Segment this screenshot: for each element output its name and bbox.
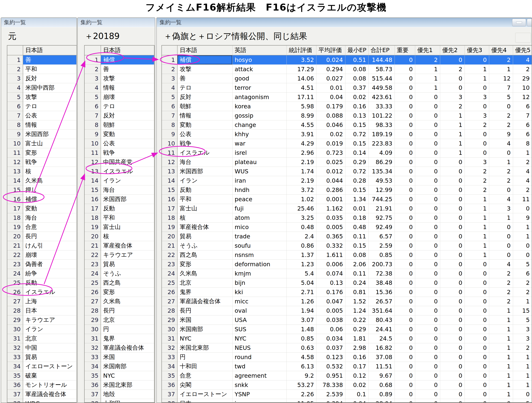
cell-重要[interactable]: 0 <box>395 176 415 185</box>
table-row[interactable]: 31北京 <box>7 334 76 343</box>
cell-合計EP[interactable]: 101.22 <box>368 111 395 120</box>
cell-最小EP[interactable]: 0.72 <box>345 167 368 176</box>
cell-合計EP[interactable]: 12.99 <box>368 185 395 195</box>
table-row[interactable]: 30米国南部SUS1.480.060.2924.41000013 <box>162 325 532 334</box>
cell-合計EP[interactable]: 24.41 <box>368 325 395 334</box>
table-row[interactable]: 22崩壊 <box>7 250 76 260</box>
cell-日本語[interactable]: 朝鮮 <box>177 102 232 111</box>
table-row[interactable]: 24そうふ <box>85 269 154 278</box>
cell-優先4[interactable]: 1 <box>489 362 513 371</box>
table-row[interactable]: 31鬼界 <box>85 334 154 343</box>
cell-優先4[interactable]: 1 <box>489 213 513 223</box>
cell-英語[interactable]: hosyo <box>232 55 286 65</box>
cell-最小EP[interactable]: 0.08 <box>345 65 368 74</box>
cell-日本語[interactable]: 長円 <box>23 232 76 241</box>
table-row[interactable]: 27上海 <box>7 297 76 306</box>
cell-日本語[interactable]: 尖閣 <box>177 380 232 390</box>
row-number[interactable]: 8 <box>7 120 23 130</box>
cell-優先4[interactable]: 2 <box>489 167 513 176</box>
cell-日本語[interactable]: 変形 <box>101 288 154 297</box>
cell-優先5[interactable]: 4 <box>513 55 532 65</box>
cell-優先4[interactable]: 0 <box>489 102 513 111</box>
cell-優先2[interactable]: 0 <box>440 316 465 325</box>
table-row[interactable]: 9公表khhy3.910.020.72189.19001096 <box>162 130 532 139</box>
table-row[interactable]: 28長円 <box>85 306 154 316</box>
cell-優先2[interactable]: 0 <box>440 241 465 250</box>
table-row[interactable]: 5崩壊 <box>85 93 154 102</box>
cell-平均評価[interactable]: 1.162 <box>316 204 345 213</box>
row-number[interactable]: 6 <box>162 102 177 111</box>
row-number[interactable]: 30 <box>85 325 101 334</box>
table-row[interactable]: 14イランiran2.190.0440.2849.53000224 <box>162 176 532 185</box>
column-header[interactable]: 優先3 <box>465 45 489 55</box>
column-header[interactable]: 日本語 <box>23 45 76 55</box>
row-number[interactable]: 16 <box>7 195 23 204</box>
cell-優先1[interactable]: 1 <box>415 83 440 93</box>
cell-平均評価[interactable]: 0.001 <box>316 195 345 204</box>
cell-英語[interactable]: khhy <box>232 130 286 139</box>
cell-日本語[interactable]: キラウエア <box>23 316 76 325</box>
cell-平均評価[interactable]: 0.035 <box>316 213 345 223</box>
table-row[interactable]: 36モントリオール <box>7 380 76 390</box>
cell-統計評価[interactable]: 1.26 <box>286 297 316 306</box>
cell-優先2[interactable]: 3 <box>440 93 465 102</box>
cell-日本語[interactable]: そうふ <box>101 269 154 278</box>
cell-優先1[interactable]: 0 <box>415 353 440 362</box>
cell-優先3[interactable]: 0 <box>465 260 489 269</box>
cell-英語[interactable]: oval <box>232 306 286 316</box>
cell-優先1[interactable]: 0 <box>415 297 440 306</box>
cell-優先3[interactable]: 0 <box>465 380 489 390</box>
cell-英語[interactable]: WUS <box>232 167 286 176</box>
cell-優先2[interactable]: 0 <box>440 250 465 260</box>
row-number[interactable]: 24 <box>85 269 101 278</box>
cell-優先1[interactable]: 0 <box>415 250 440 260</box>
cell-日本語[interactable]: 平和 <box>101 213 154 223</box>
cell-優先5[interactable]: 8 <box>513 139 532 148</box>
cell-英語[interactable]: kki <box>232 288 286 297</box>
cell-日本語[interactable]: テロ <box>177 83 232 93</box>
cell-優先4[interactable]: 2 <box>489 288 513 297</box>
cell-平均評価[interactable]: 0.179 <box>316 102 345 111</box>
cell-優先1[interactable]: 0 <box>415 278 440 288</box>
cell-統計評価[interactable]: 4.55 <box>286 120 316 130</box>
table-row[interactable]: 7反対 <box>85 111 154 120</box>
cell-優先5[interactable]: 3 <box>513 334 532 343</box>
cell-統計評価[interactable]: 3.72 <box>286 185 316 195</box>
cell-英語[interactable]: YSNP <box>232 390 286 399</box>
row-number[interactable]: 33 <box>162 353 177 362</box>
row-number[interactable]: 15 <box>85 185 101 195</box>
row-number[interactable]: 32 <box>7 343 23 353</box>
cell-優先3[interactable]: 0 <box>465 343 489 353</box>
cell-日本語[interactable]: 善 <box>177 74 232 83</box>
cell-優先2[interactable]: 1 <box>440 148 465 157</box>
cell-優先3[interactable]: 0 <box>465 55 489 65</box>
cell-日本語[interactable]: イラン <box>101 176 154 185</box>
row-number[interactable]: 7 <box>85 111 101 120</box>
cell-優先3[interactable]: 2 <box>465 120 489 130</box>
cell-優先5[interactable]: 2 <box>513 343 532 353</box>
row-number[interactable]: 13 <box>7 167 23 176</box>
cell-平均評価[interactable]: 0.394 <box>316 399 345 403</box>
row-number[interactable]: 35 <box>7 371 23 380</box>
cell-英語[interactable]: USA <box>232 316 286 325</box>
cell-日本語[interactable]: 朝鮮 <box>101 120 154 130</box>
cell-統計評価[interactable]: 2.96 <box>286 148 316 157</box>
cell-重要[interactable]: 0 <box>395 185 415 195</box>
cell-日本語[interactable]: 貿易 <box>23 353 76 362</box>
table-row[interactable]: 24久米島kmjm5.40.0740.1172.38000026 <box>162 269 532 278</box>
row-number[interactable]: 34 <box>162 362 177 371</box>
cell-平均評価[interactable]: 0.365 <box>316 232 345 241</box>
cell-合計EP[interactable]: 744.25 <box>368 195 395 204</box>
row-number[interactable]: 16 <box>85 195 101 204</box>
table-row[interactable]: 30イラン <box>7 325 76 334</box>
cell-最小EP[interactable]: 0.16 <box>345 353 368 362</box>
cell-日本語[interactable]: 戦争 <box>177 139 232 148</box>
cell-日本語[interactable]: 変動 <box>101 130 154 139</box>
cell-最小EP[interactable]: 1.34 <box>345 195 368 204</box>
cell-合計EP[interactable]: 11.51 <box>368 362 395 371</box>
table-row[interactable]: 7情報gossip8.990.0880.13101.22001327 <box>162 111 532 120</box>
cell-統計評価[interactable]: 25.46 <box>286 204 316 213</box>
cell-合計EP[interactable]: 0.85 <box>368 250 395 260</box>
cell-優先1[interactable]: 0 <box>415 185 440 195</box>
cell-統計評価[interactable]: 1.94 <box>286 306 316 316</box>
